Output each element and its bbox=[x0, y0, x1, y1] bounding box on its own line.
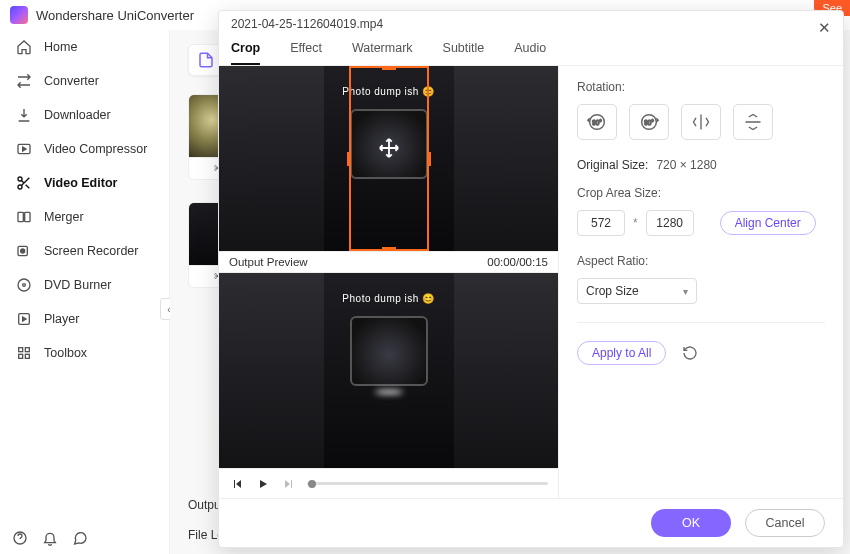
sidebar-label: Converter bbox=[44, 74, 99, 88]
converter-icon bbox=[16, 73, 32, 89]
chevron-down-icon: ▾ bbox=[683, 286, 688, 297]
svg-point-6 bbox=[21, 249, 25, 253]
crop-height-input[interactable] bbox=[646, 210, 694, 236]
sidebar-label: Screen Recorder bbox=[44, 244, 139, 258]
rotate-cw-button[interactable]: 90° bbox=[629, 104, 669, 140]
svg-text:90°: 90° bbox=[644, 119, 654, 126]
crop-rectangle[interactable] bbox=[349, 66, 429, 251]
disc-icon bbox=[16, 277, 32, 293]
playback-controls bbox=[219, 468, 558, 498]
align-center-button[interactable]: Align Center bbox=[720, 211, 816, 235]
tab-watermark[interactable]: Watermark bbox=[352, 35, 413, 65]
svg-rect-12 bbox=[19, 354, 23, 358]
original-size-label: Original Size: bbox=[577, 158, 648, 172]
sidebar-item-compressor[interactable]: Video Compressor bbox=[0, 132, 169, 166]
sidebar-item-home[interactable]: Home bbox=[0, 30, 169, 64]
svg-rect-11 bbox=[25, 348, 29, 352]
crop-area-label: Crop Area Size: bbox=[577, 186, 825, 200]
svg-point-1 bbox=[18, 177, 22, 181]
sidebar-item-screen-recorder[interactable]: Screen Recorder bbox=[0, 234, 169, 268]
video-content bbox=[350, 316, 428, 386]
sidebar-item-toolbox[interactable]: Toolbox bbox=[0, 336, 169, 370]
tab-subtitle[interactable]: Subtitle bbox=[443, 35, 485, 65]
video-caption: Photo dump ish 😊 bbox=[342, 293, 434, 304]
sidebar-item-downloader[interactable]: Downloader bbox=[0, 98, 169, 132]
sidebar-bottom-icons bbox=[12, 530, 88, 546]
modal-tabs: Crop Effect Watermark Subtitle Audio bbox=[219, 31, 843, 66]
sidebar-label: Player bbox=[44, 312, 79, 326]
svg-point-2 bbox=[18, 185, 22, 189]
crop-settings: Rotation: 90° 90° Original Size: 720 × 1… bbox=[559, 66, 843, 498]
svg-rect-3 bbox=[18, 212, 23, 221]
sidebar-label: DVD Burner bbox=[44, 278, 111, 292]
seek-knob[interactable] bbox=[308, 480, 316, 488]
crop-dialog: 2021-04-25-112604019.mp4 ✕ Crop Effect W… bbox=[218, 10, 844, 548]
grid-icon bbox=[16, 345, 32, 361]
output-preview-bar: Output Preview 00:00/00:15 bbox=[219, 251, 558, 273]
sidebar-item-merger[interactable]: Merger bbox=[0, 200, 169, 234]
svg-rect-13 bbox=[25, 354, 29, 358]
crop-handle-right[interactable] bbox=[427, 152, 431, 166]
record-icon bbox=[16, 243, 32, 259]
bell-icon[interactable] bbox=[42, 530, 58, 546]
sidebar-label: Home bbox=[44, 40, 77, 54]
apply-to-all-button[interactable]: Apply to All bbox=[577, 341, 666, 365]
crop-handle-bottom[interactable] bbox=[382, 247, 396, 251]
original-size-value: 720 × 1280 bbox=[656, 158, 716, 172]
sidebar: Home Converter Downloader Video Compress… bbox=[0, 30, 170, 554]
sidebar-item-video-editor[interactable]: Video Editor bbox=[0, 166, 169, 200]
tab-effect[interactable]: Effect bbox=[290, 35, 322, 65]
aspect-ratio-label: Aspect Ratio: bbox=[577, 254, 825, 268]
app-title: Wondershare UniConverter bbox=[36, 8, 194, 23]
home-icon bbox=[16, 39, 32, 55]
output-preview-label: Output Preview bbox=[229, 256, 308, 268]
next-frame-button[interactable] bbox=[281, 476, 297, 492]
modal-footer: OK Cancel bbox=[219, 498, 843, 547]
sidebar-label: Merger bbox=[44, 210, 84, 224]
play-icon bbox=[16, 311, 32, 327]
sidebar-label: Video Compressor bbox=[44, 142, 147, 156]
help-icon[interactable] bbox=[12, 530, 28, 546]
svg-point-7 bbox=[18, 279, 30, 291]
multiply-symbol: * bbox=[633, 216, 638, 230]
chat-icon[interactable] bbox=[72, 530, 88, 546]
sidebar-item-converter[interactable]: Converter bbox=[0, 64, 169, 98]
flip-horizontal-button[interactable] bbox=[681, 104, 721, 140]
rotation-label: Rotation: bbox=[577, 80, 825, 94]
download-icon bbox=[16, 107, 32, 123]
reset-icon[interactable] bbox=[682, 345, 698, 361]
sidebar-label: Toolbox bbox=[44, 346, 87, 360]
svg-rect-4 bbox=[25, 212, 30, 221]
crop-handle-left[interactable] bbox=[347, 152, 351, 166]
cancel-button[interactable]: Cancel bbox=[745, 509, 825, 537]
source-preview[interactable]: Photo dump ish 😊 bbox=[219, 66, 558, 251]
seek-slider[interactable] bbox=[307, 482, 548, 485]
tab-audio[interactable]: Audio bbox=[514, 35, 546, 65]
sidebar-label: Video Editor bbox=[44, 176, 117, 190]
sidebar-item-dvd-burner[interactable]: DVD Burner bbox=[0, 268, 169, 302]
sidebar-label: Downloader bbox=[44, 108, 111, 122]
aspect-ratio-select[interactable]: Crop Size ▾ bbox=[577, 278, 697, 304]
flip-vertical-button[interactable] bbox=[733, 104, 773, 140]
app-logo bbox=[10, 6, 28, 24]
play-button[interactable] bbox=[255, 476, 271, 492]
ok-button[interactable]: OK bbox=[651, 509, 731, 537]
sidebar-item-player[interactable]: Player bbox=[0, 302, 169, 336]
svg-text:90°: 90° bbox=[592, 119, 602, 126]
svg-rect-10 bbox=[19, 348, 23, 352]
scissors-icon bbox=[16, 175, 32, 191]
compressor-icon bbox=[16, 141, 32, 157]
merger-icon bbox=[16, 209, 32, 225]
preview-column: Photo dump ish 😊 Output Preview 00:00/00… bbox=[219, 66, 559, 498]
close-icon[interactable]: ✕ bbox=[818, 19, 831, 37]
prev-frame-button[interactable] bbox=[229, 476, 245, 492]
playback-time: 00:00/00:15 bbox=[487, 256, 548, 268]
rotate-ccw-button[interactable]: 90° bbox=[577, 104, 617, 140]
crop-width-input[interactable] bbox=[577, 210, 625, 236]
modal-filename: 2021-04-25-112604019.mp4 bbox=[231, 17, 383, 31]
output-preview: Photo dump ish 😊 bbox=[219, 273, 558, 468]
svg-point-8 bbox=[23, 284, 26, 287]
tab-crop[interactable]: Crop bbox=[231, 35, 260, 65]
crop-handle-top[interactable] bbox=[382, 66, 396, 70]
move-icon[interactable] bbox=[378, 137, 400, 159]
